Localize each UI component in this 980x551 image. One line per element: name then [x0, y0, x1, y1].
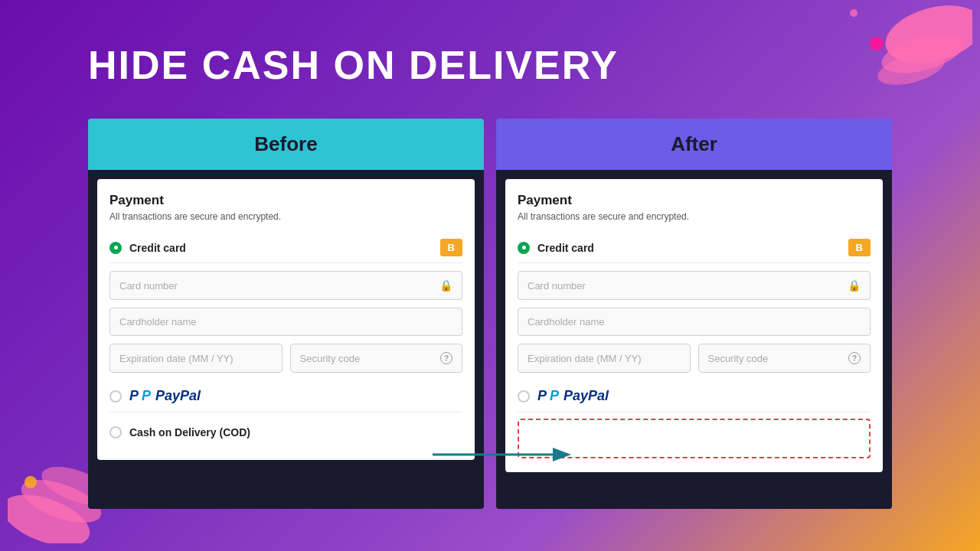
before-card-number-placeholder: Card number — [119, 280, 178, 292]
after-paypal-p1: P — [537, 388, 547, 404]
after-exp-security-row: Expiration date (MM / YY) Security code … — [518, 344, 871, 373]
before-panel-header: Before — [88, 119, 484, 170]
before-cod-radio[interactable] — [109, 426, 122, 439]
before-credit-card-radio[interactable] — [109, 242, 122, 254]
after-security-help-icon[interactable]: ? — [848, 352, 861, 364]
before-badge-button[interactable]: B — [440, 239, 462, 256]
before-cardholder-placeholder: Cardholder name — [119, 316, 196, 328]
decoration-top-right — [804, 4, 972, 103]
before-card-number-field[interactable]: Card number 🔒 — [109, 271, 462, 300]
after-panel-header: After — [496, 119, 892, 170]
after-payment-subtitle: All transactions are secure and encrypte… — [518, 211, 871, 222]
after-paypal-option[interactable]: P P PayPal — [518, 380, 871, 412]
after-cardholder-field[interactable]: Cardholder name — [518, 308, 871, 336]
before-paypal-option[interactable]: P P PayPal — [109, 380, 462, 412]
after-card-number-placeholder: Card number — [528, 280, 586, 292]
svg-point-3 — [870, 37, 884, 51]
arrow-connector — [425, 441, 578, 468]
before-paypal-logo: P P PayPal — [129, 388, 201, 404]
after-expiration-field[interactable]: Expiration date (MM / YY) — [518, 344, 691, 373]
before-credit-card-option[interactable]: Credit card B — [109, 233, 462, 263]
before-cod-option[interactable]: Cash on Delivery (COD) — [109, 419, 462, 446]
after-lock-icon: 🔒 — [848, 279, 861, 292]
before-payment-subtitle: All transactions are secure and encrypte… — [109, 211, 462, 222]
before-paypal-text: PayPal — [155, 388, 201, 404]
before-exp-security-row: Expiration date (MM / YY) Security code … — [109, 344, 462, 373]
after-payment-form: Payment All transactions are secure and … — [505, 179, 883, 472]
before-expiration-placeholder: Expiration date (MM / YY) — [119, 353, 234, 364]
before-paypal-p1: P — [129, 388, 139, 404]
after-cardholder-placeholder: Cardholder name — [528, 316, 604, 328]
after-credit-card-label: Credit card — [537, 242, 848, 254]
after-card-number-field[interactable]: Card number 🔒 — [518, 271, 871, 300]
before-security-field[interactable]: Security code ? — [290, 344, 463, 373]
after-paypal-p2: P — [550, 388, 559, 404]
main-title: HIDE CASH ON DELIVERY — [88, 42, 619, 88]
after-security-field[interactable]: Security code ? — [698, 344, 871, 373]
after-payment-title: Payment — [518, 193, 871, 208]
after-paypal-text: PayPal — [564, 388, 609, 404]
after-badge-button[interactable]: B — [848, 239, 871, 256]
before-payment-title: Payment — [109, 193, 462, 208]
before-payment-form: Payment All transactions are secure and … — [97, 179, 475, 460]
before-security-placeholder: Security code — [300, 353, 361, 364]
before-security-help-icon[interactable]: ? — [440, 352, 452, 364]
svg-point-8 — [24, 476, 37, 488]
after-paypal-radio[interactable] — [518, 390, 530, 403]
after-credit-card-option[interactable]: Credit card B — [518, 233, 871, 263]
before-cod-label: Cash on Delivery (COD) — [129, 426, 462, 439]
before-credit-card-label: Credit card — [129, 242, 440, 254]
before-expiration-field[interactable]: Expiration date (MM / YY) — [109, 344, 283, 373]
after-expiration-placeholder: Expiration date (MM / YY) — [528, 353, 642, 364]
before-paypal-radio[interactable] — [109, 390, 122, 403]
after-security-placeholder: Security code — [708, 353, 769, 364]
before-paypal-p2: P — [142, 388, 151, 404]
before-lock-icon: 🔒 — [439, 279, 452, 292]
after-credit-card-radio[interactable] — [518, 242, 530, 254]
svg-point-4 — [850, 9, 858, 17]
after-paypal-logo: P P PayPal — [537, 388, 609, 404]
before-cardholder-field[interactable]: Cardholder name — [109, 308, 462, 336]
